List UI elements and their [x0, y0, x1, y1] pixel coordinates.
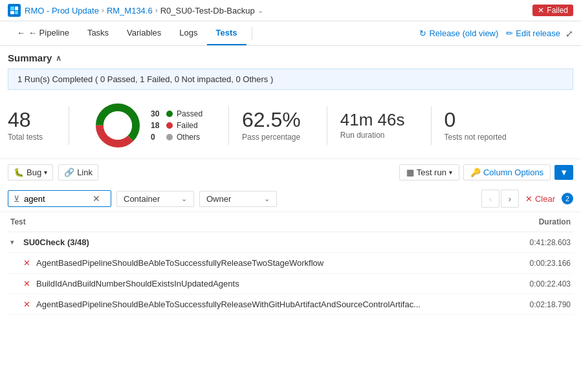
table-row[interactable]: ✕ AgentBasedPipelineShouldBeAbleToSucces…: [8, 253, 573, 274]
others-count: 0: [151, 133, 162, 142]
toolbar: 🐛 Bug ▾ 🔗 Link ▦ Test run ▾ 🔑 Column Opt…: [0, 158, 581, 186]
pagination-arrows: ‹ › ✕ Clear 2: [481, 190, 573, 208]
table-row[interactable]: ✕ BuildIdAndBuildNumberShouldExistsInUpd…: [8, 274, 573, 294]
breadcrumb-org[interactable]: RMO - Prod Update: [25, 6, 99, 16]
search-clear-icon[interactable]: ✕: [93, 193, 100, 204]
donut-legend: 30 Passed 18 Failed 0 Others: [151, 109, 203, 142]
container-label: Container: [124, 194, 160, 204]
bug-button[interactable]: 🐛 Bug ▾: [8, 164, 53, 180]
svg-point-3: [104, 111, 132, 140]
column-options-label: Column Options: [483, 168, 543, 177]
edit-release-link[interactable]: ✏ Edit release: [506, 28, 560, 38]
breadcrumb-pipeline[interactable]: RM_M134.6: [107, 6, 153, 16]
tab-tests[interactable]: Tests: [207, 21, 247, 45]
summary-chevron-icon: ∧: [56, 54, 61, 63]
tab-tasks-label: Tasks: [87, 28, 109, 38]
stat-divider-1: [69, 106, 69, 145]
passed-dot: [166, 111, 173, 117]
owner-label: Owner: [206, 194, 231, 204]
link-icon: 🔗: [64, 168, 74, 177]
tab-logs-label: Logs: [179, 28, 197, 38]
fail-icon: ✕: [23, 258, 32, 268]
status-badge-label: Failed: [547, 6, 568, 15]
pass-pct-block: 62.5% Pass percentage: [242, 109, 314, 142]
not-reported-block: 0 Tests not reported: [444, 109, 520, 142]
prev-page-button[interactable]: ‹: [481, 190, 499, 208]
row-test-group: ▾ SU0Check (3/48): [10, 237, 506, 247]
edit-icon: ✏: [506, 28, 513, 38]
test-run-icon: ▦: [406, 168, 414, 177]
total-tests-block: 48 Total tests: [8, 109, 56, 142]
failed-x-icon: ✕: [538, 6, 544, 15]
row-test-child-2: ✕ BuildIdAndBuildNumberShouldExistsInUpd…: [10, 279, 506, 289]
col-header-test: Test: [10, 217, 506, 226]
info-bar: 1 Run(s) Completed ( 0 Passed, 1 Failed,…: [8, 69, 573, 90]
total-tests-count: 48: [8, 109, 31, 130]
stats-row: 48 Total tests 30 Passed 18 Failed: [0, 98, 581, 158]
refresh-icon: ↻: [419, 28, 426, 38]
tab-pipeline[interactable]: ← ← Pipeline: [8, 21, 78, 45]
tab-variables[interactable]: Variables: [118, 21, 170, 45]
search-input[interactable]: [24, 194, 89, 204]
row-duration-0: 0:41:28.603: [506, 238, 571, 247]
fail-icon: ✕: [23, 299, 32, 309]
breadcrumb-chevron-icon[interactable]: ⌄: [258, 6, 263, 15]
column-opts-icon: 🔑: [470, 168, 481, 177]
clear-label: Clear: [535, 194, 555, 204]
nav-tabs: ← ← Pipeline Tasks Variables Logs Tests …: [0, 21, 581, 46]
expand-row-icon[interactable]: ▾: [10, 238, 19, 246]
nav-right: ↻ Release (old view) ✏ Edit release: [419, 28, 560, 38]
test-name: AgentBasedPipelineShouldBeAbleToSuccessf…: [36, 258, 323, 268]
release-old-link[interactable]: ↻ Release (old view): [419, 28, 498, 38]
topbar: RMO - Prod Update › RM_M134.6 › R0_SU0-T…: [0, 0, 581, 21]
filter-button[interactable]: ▼: [554, 165, 573, 180]
tab-pipeline-label: ← Pipeline: [28, 28, 69, 38]
run-duration-block: 41m 46s Run duration: [340, 111, 418, 140]
legend-failed: 18 Failed: [151, 121, 203, 130]
owner-chevron-icon: ⌄: [264, 195, 270, 203]
others-dot: [166, 134, 173, 140]
link-button[interactable]: 🔗 Link: [58, 164, 98, 180]
container-filter[interactable]: Container ⌄: [116, 191, 194, 207]
tab-tests-label: Tests: [216, 28, 237, 38]
pass-pct-value: 62.5%: [242, 109, 301, 130]
tab-tasks[interactable]: Tasks: [78, 21, 118, 45]
run-duration-label: Run duration: [340, 131, 385, 140]
expand-button[interactable]: ⤢: [565, 28, 573, 39]
donut-chart-area: 30 Passed 18 Failed 0 Others: [82, 103, 215, 148]
column-options-button[interactable]: 🔑 Column Options: [463, 164, 551, 180]
stat-divider-2: [228, 106, 229, 145]
row-test-child-3: ✕ AgentBasedPipelineShouldBeAbleToSucces…: [10, 299, 506, 309]
filter-count-badge: 2: [562, 193, 573, 204]
not-reported-label: Tests not reported: [444, 133, 507, 142]
test-run-chevron-icon: ▾: [449, 169, 452, 176]
group-label: SU0Check (3/48): [23, 237, 89, 247]
total-tests-label: Total tests: [8, 133, 43, 142]
next-page-button[interactable]: ›: [501, 190, 519, 208]
run-duration-value: 41m 46s: [340, 111, 405, 128]
breadcrumb-sep-1: ›: [102, 6, 104, 15]
owner-filter[interactable]: Owner ⌄: [199, 191, 277, 207]
test-name: AgentBasedPipelineShouldBeAbleToSuccessf…: [36, 299, 421, 309]
table-row[interactable]: ▾ SU0Check (3/48) 0:41:28.603: [8, 232, 573, 253]
test-name: BuildIdAndBuildNumberShouldExistsInUpdat…: [36, 279, 239, 289]
tab-variables-label: Variables: [127, 28, 161, 38]
clear-x-icon: ✕: [525, 194, 532, 204]
bug-icon: 🐛: [14, 168, 24, 177]
toolbar-right: ▦ Test run ▾ 🔑 Column Options ▼: [399, 164, 573, 180]
table-row[interactable]: ✕ AgentBasedPipelineShouldBeAbleToSucces…: [8, 294, 573, 315]
summary-header[interactable]: Summary ∧: [8, 52, 573, 63]
row-duration-1: 0:00:23.166: [506, 259, 571, 268]
clear-button[interactable]: ✕ Clear: [520, 191, 560, 206]
test-run-label: Test run: [417, 168, 446, 177]
legend-passed: 30 Passed: [151, 109, 203, 118]
test-run-button[interactable]: ▦ Test run ▾: [399, 164, 459, 180]
not-reported-value: 0: [444, 109, 456, 130]
search-input-wrap: ⊻ ✕: [8, 190, 111, 207]
bug-chevron-icon: ▾: [44, 169, 47, 176]
failed-label: Failed: [177, 121, 198, 130]
table-header: Test Duration: [8, 212, 573, 232]
pass-pct-label: Pass percentage: [242, 133, 300, 142]
tab-logs[interactable]: Logs: [170, 21, 206, 45]
breadcrumb-sep-2: ›: [155, 6, 158, 15]
